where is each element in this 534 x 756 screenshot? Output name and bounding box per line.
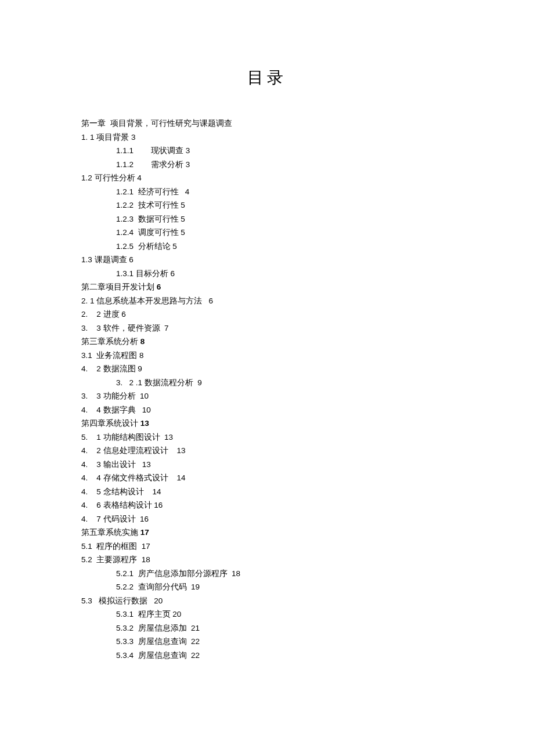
toc-page-number: 8 <box>140 337 145 346</box>
toc-line: 第三章系统分析 8 <box>81 335 453 349</box>
toc-line: 第二章项目开发计划 6 <box>81 280 453 294</box>
toc-text: 第三章系统分析 <box>81 337 140 346</box>
toc-line: 1.2.1 经济可行性 4 <box>81 185 453 199</box>
toc-line: 1.2.5 分析结论 5 <box>81 240 453 254</box>
document-page: 目录 第一章 项目背景，可行性研究与课题调查1. 1 项目背景 31.1.1 现… <box>0 0 534 697</box>
toc-page-number: 13 <box>140 419 149 428</box>
toc-line: 1.3.1 目标分析 6 <box>81 267 453 281</box>
toc-line: 第一章 项目背景，可行性研究与课题调查 <box>81 117 453 131</box>
toc-text: 第五章系统实施 <box>81 528 140 537</box>
toc-line: 4. 3 输出设计 13 <box>81 458 453 472</box>
toc-text: 第四章系统设计 <box>81 419 140 428</box>
toc-line: 4. 2 信息处理流程设计 13 <box>81 444 453 458</box>
toc-line: 1.1.2 需求分析 3 <box>81 158 453 172</box>
toc-text: 第二章项目开发计划 <box>81 283 157 291</box>
table-of-contents: 第一章 项目背景，可行性研究与课题调查1. 1 项目背景 31.1.1 现状调查… <box>81 117 453 662</box>
toc-line: 1.2.4 调度可行性 5 <box>81 226 453 240</box>
toc-line: 1.2.2 技术可行性 5 <box>81 198 453 212</box>
toc-line: 第五章系统实施 17 <box>81 526 453 540</box>
toc-line: 1.2.3 数据可行性 5 <box>81 212 453 226</box>
toc-line: 5. 1 功能结构图设计 13 <box>81 431 453 444</box>
page-title: 目录 <box>81 67 453 89</box>
toc-line: 5.3.1 程序主页 20 <box>81 607 453 621</box>
toc-line: 5.2 主要源程序 18 <box>81 553 453 567</box>
toc-line: 5.3 模拟运行数据 20 <box>81 594 453 608</box>
toc-line: 1.2 可行性分析 4 <box>81 171 453 185</box>
toc-line: 5.3.4 房屋信息查询 22 <box>81 649 453 663</box>
toc-line: 4. 7 代码设计 16 <box>81 512 453 526</box>
toc-line: 1. 1 项目背景 3 <box>81 131 453 144</box>
toc-line: 5.1 程序的框图 17 <box>81 540 453 554</box>
toc-page-number: 6 <box>157 283 161 291</box>
toc-line: 4. 4 数据字典 10 <box>81 403 453 417</box>
toc-line: 1.3 课题调查 6 <box>81 253 453 267</box>
toc-line: 3. 2 .1 数据流程分析 9 <box>81 376 453 390</box>
toc-line: 2. 1 信息系统基本开发思路与方法 6 <box>81 294 453 308</box>
toc-line: 4. 6 表格结构设计 16 <box>81 498 453 512</box>
toc-line: 4. 5 念结构设计 14 <box>81 485 453 499</box>
toc-line: 1.1.1 现状调查 3 <box>81 144 453 158</box>
toc-line: 5.2.2 查询部分代码 19 <box>81 580 453 594</box>
toc-line: 3. 3 功能分析 10 <box>81 389 453 403</box>
toc-line: 3.1 业务流程图 8 <box>81 349 453 363</box>
toc-line: 5.2.1 房产信息添加部分源程序 18 <box>81 567 453 581</box>
toc-line: 5.3.2 房屋信息添加 21 <box>81 621 453 635</box>
toc-line: 4. 2 数据流图 9 <box>81 362 453 376</box>
toc-line: 3. 3 软件，硬件资源 7 <box>81 321 453 335</box>
toc-line: 第四章系统设计 13 <box>81 417 453 431</box>
toc-page-number: 17 <box>140 528 149 537</box>
toc-line: 2. 2 进度 6 <box>81 308 453 321</box>
toc-line: 5.3.3 房屋信息查询 22 <box>81 635 453 649</box>
toc-line: 4. 4 存储文件格式设计 14 <box>81 471 453 485</box>
